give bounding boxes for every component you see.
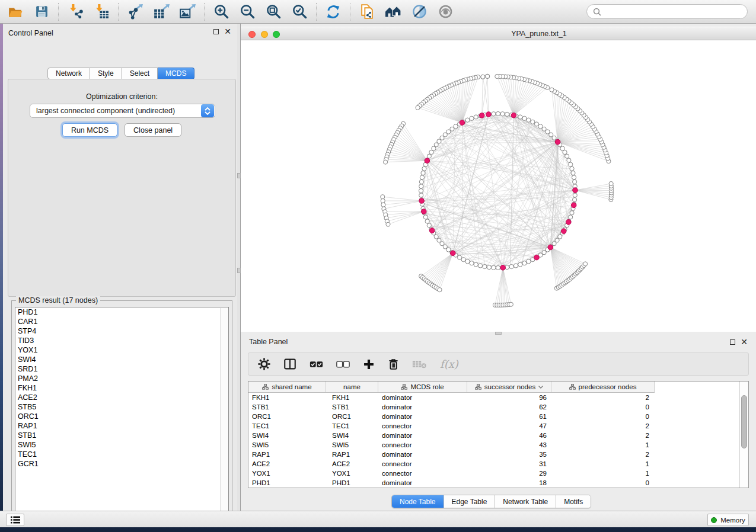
table-cell: 35 xyxy=(467,451,551,458)
network-canvas[interactable] xyxy=(241,40,756,332)
zoom-in-icon[interactable] xyxy=(213,4,229,20)
table-row[interactable]: RAP1RAP1dominator352 xyxy=(248,450,655,459)
mcds-result-item[interactable]: TEC1 xyxy=(15,450,228,459)
network-window-titlebar[interactable]: YPA_prune.txt_1 xyxy=(241,27,756,40)
mcds-tab-content: Optimization criterion: largest connecte… xyxy=(8,79,236,297)
mcds-result-list[interactable]: PHD1CAR1STP4TID3YOX1SWI4SRD1PMA2FKH1ACE2… xyxy=(15,307,229,517)
column-header-successor-nodes[interactable]: successor nodes xyxy=(467,382,551,392)
table-cell: SWI4 xyxy=(326,432,378,439)
search-input[interactable] xyxy=(604,8,741,16)
table-cell: 2 xyxy=(551,432,655,439)
import-network-icon[interactable] xyxy=(67,4,84,20)
tab-motifs[interactable]: Motifs xyxy=(556,495,591,508)
close-panel-icon[interactable]: ✕ xyxy=(224,29,231,34)
tab-network[interactable]: Network xyxy=(47,68,90,79)
table-row[interactable]: SWI4SWI4dominator462 xyxy=(248,431,655,440)
zoom-out-icon[interactable] xyxy=(239,4,256,20)
circle-slash-icon[interactable] xyxy=(411,4,428,20)
zoom-selected-icon[interactable] xyxy=(291,4,308,20)
add-column-icon[interactable] xyxy=(363,358,375,370)
mcds-result-item[interactable]: ACE2 xyxy=(15,393,228,402)
export-network-icon[interactable] xyxy=(127,4,143,20)
table-row[interactable]: YOX1YOX1connector291 xyxy=(248,469,655,478)
table-cell: 31 xyxy=(467,460,551,467)
table-cell: FKH1 xyxy=(248,394,326,401)
float-panel-icon[interactable] xyxy=(213,29,219,34)
column-header-predecessor-nodes[interactable]: predecessor nodes xyxy=(551,382,655,392)
mcds-result-item[interactable]: GCR1 xyxy=(15,459,228,469)
table-cell: dominator xyxy=(378,413,467,420)
list-icon xyxy=(11,516,20,524)
delete-column-icon[interactable] xyxy=(388,358,399,370)
mcds-result-item[interactable]: SWI5 xyxy=(15,440,228,450)
tab-select[interactable]: Select xyxy=(122,68,158,79)
table-row[interactable]: ACE2ACE2connector311 xyxy=(248,459,655,469)
tab-network-table[interactable]: Network Table xyxy=(495,495,556,508)
table-row[interactable]: FKH1FKH1dominator962 xyxy=(248,393,655,402)
mcds-result-item[interactable]: PHD1 xyxy=(15,307,228,317)
table-row[interactable]: SWI5SWI5connector431 xyxy=(248,440,655,450)
export-image-icon[interactable] xyxy=(179,4,196,20)
select-all-icon[interactable] xyxy=(310,360,323,369)
mcds-result-scrollbar[interactable] xyxy=(220,308,228,515)
gear-icon[interactable] xyxy=(258,358,270,370)
table-row[interactable]: TEC1TEC1connector472 xyxy=(248,421,655,431)
mcds-result-item[interactable]: STB5 xyxy=(15,402,228,412)
import-table-icon[interactable] xyxy=(93,4,110,20)
task-history-button[interactable] xyxy=(6,514,24,526)
table-cell: 0 xyxy=(551,403,655,411)
mcds-result-item[interactable]: RAP1 xyxy=(15,421,228,431)
run-mcds-button[interactable]: Run MCDS xyxy=(62,123,117,137)
tab-style[interactable]: Style xyxy=(90,68,122,79)
houses-icon[interactable] xyxy=(385,4,401,20)
deselect-all-icon[interactable] xyxy=(336,360,350,369)
mcds-result-item[interactable]: ORC1 xyxy=(15,412,228,421)
maximize-traffic-light-icon[interactable] xyxy=(273,31,280,38)
mcds-result-item[interactable]: STB1 xyxy=(15,431,228,440)
table-row[interactable]: PHD1PHD1dominator180 xyxy=(248,478,655,488)
close-panel-icon[interactable]: ✕ xyxy=(741,339,748,345)
table-row[interactable]: ORC1ORC1dominator610 xyxy=(248,412,655,421)
optimization-criterion-select[interactable]: largest connected component (undirected) xyxy=(30,104,215,118)
column-header-name[interactable]: name xyxy=(326,382,378,392)
table-scrollbar[interactable] xyxy=(739,382,748,488)
mcds-result-item[interactable]: TID3 xyxy=(15,336,228,345)
eye-icon[interactable] xyxy=(437,4,454,20)
open-folder-icon[interactable] xyxy=(7,4,24,20)
float-panel-icon[interactable] xyxy=(730,339,735,345)
mcds-result-item[interactable]: STP4 xyxy=(15,326,228,336)
close-traffic-light-icon[interactable] xyxy=(248,31,256,38)
table-row[interactable]: STB1STB1dominator620 xyxy=(248,402,655,412)
save-floppy-icon[interactable] xyxy=(33,4,50,20)
column-header-mcds-role[interactable]: MCDS role xyxy=(378,382,467,392)
table-cell: STB1 xyxy=(248,403,326,411)
columns-icon[interactable] xyxy=(283,358,296,370)
mcds-result-item[interactable]: YOX1 xyxy=(15,345,228,355)
table-cell: connector xyxy=(378,470,467,477)
table-cell: dominator xyxy=(378,394,467,401)
tab-edge-table[interactable]: Edge Table xyxy=(444,495,495,508)
zoom-fit-icon[interactable] xyxy=(265,4,282,20)
mcds-result-item[interactable]: SWI4 xyxy=(15,355,228,364)
close-panel-button[interactable]: Close panel xyxy=(125,123,181,137)
export-table-icon[interactable] xyxy=(153,4,170,20)
control-panel: Control Panel ✕ Network Style Select MCD… xyxy=(3,24,237,511)
minimize-traffic-light-icon[interactable] xyxy=(261,31,268,38)
mcds-result-item[interactable]: CAR1 xyxy=(15,317,228,326)
column-header-shared-name[interactable]: shared name xyxy=(248,382,326,392)
memory-button[interactable]: Memory xyxy=(707,514,749,526)
memory-label: Memory xyxy=(720,517,745,524)
network-graph[interactable] xyxy=(241,40,756,332)
mcds-result-item[interactable]: SRD1 xyxy=(15,364,228,374)
mcds-result-item[interactable]: PMA2 xyxy=(15,374,228,383)
search-box[interactable] xyxy=(586,4,748,19)
scrollbar-thumb[interactable] xyxy=(741,395,747,448)
clone-network-icon[interactable] xyxy=(359,4,375,20)
table-tabs: Node Table Edge Table Network Table Moti… xyxy=(391,495,591,508)
tab-node-table[interactable]: Node Table xyxy=(392,495,444,508)
mcds-result-item[interactable]: FKH1 xyxy=(15,383,228,393)
refresh-layout-icon[interactable] xyxy=(325,4,342,20)
memory-status-icon xyxy=(711,517,717,523)
table-cell: FKH1 xyxy=(326,394,378,401)
tab-mcds[interactable]: MCDS xyxy=(158,68,194,79)
